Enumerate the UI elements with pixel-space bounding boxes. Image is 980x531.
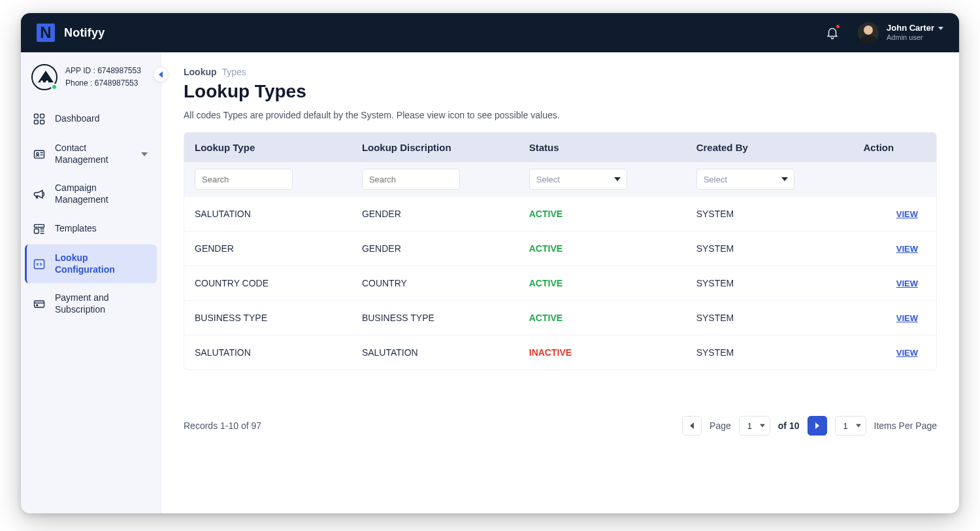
user-role: Admin user <box>887 33 943 42</box>
page-next-button[interactable] <box>808 416 827 436</box>
notifications-button[interactable] <box>825 26 840 40</box>
brand-logo-icon <box>37 24 55 42</box>
cell-lookup-desc: SALUTATION <box>351 335 519 370</box>
sidebar-item-label: Lookup Configuration <box>55 252 149 275</box>
svg-rect-3 <box>41 120 44 124</box>
table-row: BUSINESS TYPEBUSINESS TYPEACTIVESYSTEMVI… <box>184 301 936 335</box>
cell-status: ACTIVE <box>519 301 686 335</box>
cell-created-by: SYSTEM <box>686 197 853 231</box>
table-row: COUNTRY CODECOUNTRYACTIVESYSTEMVIEW <box>184 266 936 301</box>
svg-rect-4 <box>35 150 44 158</box>
cell-created-by: SYSTEM <box>686 231 853 266</box>
sidebar-item-dashboard[interactable]: Dashboard <box>25 105 157 133</box>
cell-lookup-type: BUSINESS TYPE <box>184 301 351 335</box>
svg-rect-9 <box>35 301 44 307</box>
chevron-left-icon <box>690 422 694 429</box>
th-lookup-type: Lookup Type <box>184 133 351 162</box>
page-title: Lookup Types <box>184 81 937 102</box>
breadcrumb-part: Lookup <box>184 67 217 77</box>
megaphone-icon <box>33 188 46 201</box>
user-name: John Carter <box>887 24 934 33</box>
page-prev-button[interactable] <box>682 416 702 436</box>
chevron-down-icon <box>938 27 943 30</box>
cell-lookup-type: GENDER <box>184 231 351 266</box>
cell-lookup-type: SALUTATION <box>184 335 351 370</box>
status-dot-icon <box>51 84 57 90</box>
table-row: SALUTATIONSALUTATIONINACTIVESYSTEMVIEW <box>184 335 936 370</box>
page-of-label: of 10 <box>778 420 800 431</box>
topbar: Notifyy John Carter Admin user <box>21 13 959 52</box>
sidebar: APP ID : 6748987553 Phone : 6748987553 D… <box>21 52 161 513</box>
app-window: Notifyy John Carter Admin user <box>21 13 959 513</box>
filter-lookup-type-input[interactable] <box>195 169 293 190</box>
svg-rect-0 <box>35 114 39 118</box>
cell-lookup-desc: COUNTRY <box>351 266 519 301</box>
lookup-table: Lookup Type Lookup Discription Status Cr… <box>184 132 937 370</box>
sidebar-item-label: Contact Management <box>55 143 132 165</box>
sidebar-item-templates[interactable]: Templates <box>25 214 157 243</box>
th-lookup-desc: Lookup Discription <box>351 133 519 162</box>
cell-created-by: SYSTEM <box>686 335 853 370</box>
svg-rect-7 <box>35 229 39 233</box>
template-icon <box>33 222 46 235</box>
chevron-right-icon <box>815 422 819 429</box>
avatar <box>858 22 879 43</box>
pager: Page 1 of 10 1 Items Per Page <box>682 416 937 436</box>
sidebar-item-campaign-management[interactable]: Campaign Management <box>25 175 157 213</box>
app-icon <box>31 64 57 90</box>
sidebar-item-label: Campaign Management <box>55 182 149 205</box>
sidebar-header: APP ID : 6748987553 Phone : 6748987553 <box>21 52 161 101</box>
view-link[interactable]: VIEW <box>896 244 918 254</box>
page-label: Page <box>710 420 731 431</box>
items-per-page-label: Items Per Page <box>874 420 938 431</box>
cell-lookup-type: COUNTRY CODE <box>184 266 351 301</box>
cell-status: ACTIVE <box>519 231 686 266</box>
svg-rect-6 <box>35 224 44 227</box>
table-row: GENDERGENDERACTIVESYSTEMVIEW <box>184 231 936 266</box>
svg-point-5 <box>37 152 39 154</box>
grid-icon <box>33 112 46 126</box>
brand: Notifyy <box>37 24 105 42</box>
filter-created-by-select[interactable]: Select <box>696 169 794 190</box>
notification-dot-icon <box>836 24 840 29</box>
brand-name: Notifyy <box>64 26 105 40</box>
view-link[interactable]: VIEW <box>896 209 918 219</box>
sidebar-item-lookup-configuration[interactable]: Lookup Configuration <box>25 245 157 283</box>
svg-point-10 <box>37 304 38 305</box>
breadcrumb: Lookup Types <box>184 67 937 77</box>
sidebar-item-contact-management[interactable]: Contact Management <box>25 135 157 173</box>
filter-lookup-desc-input[interactable] <box>362 169 460 190</box>
page-number-select[interactable]: 1 <box>739 416 770 436</box>
cell-created-by: SYSTEM <box>686 266 853 301</box>
cell-status: INACTIVE <box>519 335 686 370</box>
svg-rect-1 <box>41 114 44 118</box>
cell-lookup-desc: BUSINESS TYPE <box>351 301 519 335</box>
page-help: All codes Types are provided default by … <box>184 110 937 120</box>
user-menu[interactable]: John Carter Admin user <box>858 22 943 43</box>
cell-created-by: SYSTEM <box>686 301 853 335</box>
chevron-down-icon <box>141 152 148 156</box>
sidebar-collapse-button[interactable] <box>153 67 169 82</box>
app-id-label: APP ID : 6748987553 <box>65 65 141 77</box>
cell-lookup-desc: GENDER <box>351 231 519 266</box>
view-link[interactable]: VIEW <box>896 348 918 358</box>
main-content: Lookup Types Lookup Types All codes Type… <box>161 52 959 513</box>
view-link[interactable]: VIEW <box>896 313 918 323</box>
cell-lookup-type: SALUTATION <box>184 197 351 231</box>
cell-status: ACTIVE <box>519 197 686 231</box>
sidebar-item-payment-subscription[interactable]: Payment and Subscription <box>25 284 157 323</box>
sidebar-item-label: Templates <box>55 223 149 235</box>
sidebar-nav: Dashboard Contact Management Campai <box>21 101 161 327</box>
breadcrumb-part: Types <box>221 67 246 77</box>
view-link[interactable]: VIEW <box>896 279 918 288</box>
sidebar-item-label: Payment and Subscription <box>55 292 149 315</box>
items-per-page-select[interactable]: 1 <box>835 416 866 436</box>
id-card-icon <box>33 148 46 161</box>
th-status: Status <box>519 133 686 162</box>
sidebar-item-label: Dashboard <box>55 113 149 125</box>
th-created-by: Created By <box>686 133 853 162</box>
svg-rect-2 <box>35 120 39 124</box>
records-summary: Records 1-10 of 97 <box>184 420 261 431</box>
table-row: SALUTATIONGENDERACTIVESYSTEMVIEW <box>184 197 936 231</box>
filter-status-select[interactable]: Select <box>529 169 627 190</box>
